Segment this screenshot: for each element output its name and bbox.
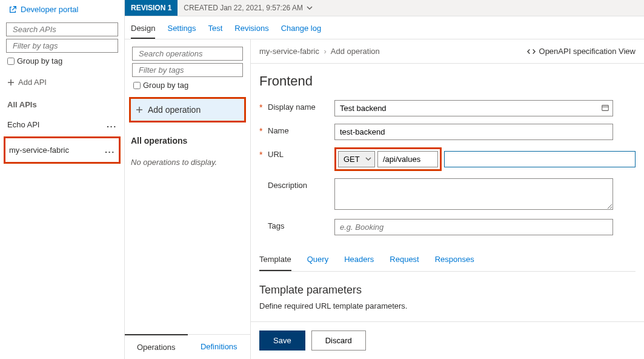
url-label: URL bbox=[268, 147, 334, 159]
url-rest-input[interactable] bbox=[444, 151, 636, 167]
filter-operations-input[interactable] bbox=[136, 65, 241, 75]
main-tabs: Design Settings Test Revisions Change lo… bbox=[125, 16, 644, 39]
display-name-input[interactable] bbox=[334, 100, 613, 116]
breadcrumb-api[interactable]: my-service-fabric bbox=[259, 47, 319, 56]
plus-icon bbox=[136, 106, 143, 113]
revision-badge[interactable]: REVISION 1 bbox=[125, 0, 178, 16]
group-by-tag-apis-checkbox[interactable] bbox=[7, 58, 15, 65]
subtab-request[interactable]: Request bbox=[390, 249, 419, 271]
card-icon bbox=[601, 104, 609, 112]
openapi-spec-link[interactable]: OpenAPI specification View bbox=[527, 47, 636, 56]
tab-design[interactable]: Design bbox=[131, 16, 155, 39]
api-sidebar: Developer portal Group by tag Add API Al… bbox=[0, 0, 125, 359]
url-highlight-box: GET bbox=[334, 147, 442, 171]
group-by-tag-apis[interactable]: Group by tag bbox=[4, 54, 121, 68]
operation-editor: my-service-fabric › Add operation OpenAP… bbox=[251, 39, 644, 359]
tags-label: Tags bbox=[268, 219, 334, 230]
all-apis-heading: All APIs bbox=[4, 92, 121, 113]
api-item-label: Echo API bbox=[7, 120, 39, 129]
footer-tab-operations[interactable]: Operations bbox=[125, 334, 188, 359]
developer-portal-link[interactable]: Developer portal bbox=[4, 2, 121, 21]
subtab-template[interactable]: Template bbox=[259, 249, 291, 271]
tab-settings[interactable]: Settings bbox=[167, 16, 196, 39]
description-textarea[interactable] bbox=[334, 178, 613, 210]
required-star: * bbox=[259, 100, 268, 112]
api-item-menu-icon[interactable]: ... bbox=[105, 146, 115, 155]
add-operation-button[interactable]: Add operation bbox=[129, 97, 246, 122]
breadcrumb-row: my-service-fabric › Add operation OpenAP… bbox=[251, 39, 644, 64]
developer-portal-label: Developer portal bbox=[21, 5, 78, 14]
revision-created-text: CREATED Jan 22, 2021, 9:57:26 AM bbox=[184, 4, 303, 12]
name-input[interactable] bbox=[334, 124, 613, 140]
api-item-echo[interactable]: Echo API ... bbox=[4, 113, 121, 136]
chevron-down-icon bbox=[307, 5, 313, 11]
revision-bar: REVISION 1 CREATED Jan 22, 2021, 9:57:26… bbox=[125, 0, 644, 16]
footer-actions: Save Discard bbox=[251, 321, 644, 359]
required-star: * bbox=[259, 147, 268, 159]
group-by-tag-ops-label: Group by tag bbox=[143, 81, 188, 90]
group-by-tag-apis-label: Group by tag bbox=[17, 56, 62, 65]
operations-pane: Group by tag Add operation All operation… bbox=[125, 39, 251, 359]
save-button[interactable]: Save bbox=[259, 330, 305, 351]
tab-revisions[interactable]: Revisions bbox=[234, 16, 268, 39]
url-path-input[interactable] bbox=[377, 151, 438, 167]
add-api-button[interactable]: Add API bbox=[4, 68, 121, 92]
breadcrumb-sep: › bbox=[324, 47, 327, 56]
plus-icon bbox=[7, 79, 15, 86]
operations-footer-tabs: Operations Definitions bbox=[125, 334, 250, 359]
subtab-headers[interactable]: Headers bbox=[344, 249, 374, 271]
add-operation-label: Add operation bbox=[148, 105, 201, 115]
tags-input[interactable] bbox=[334, 219, 613, 235]
display-name-label: Display name bbox=[268, 100, 334, 112]
code-icon bbox=[527, 47, 536, 56]
add-api-label: Add API bbox=[18, 78, 47, 87]
no-operations-text: No operations to display. bbox=[130, 149, 245, 175]
api-item-my-service-fabric[interactable]: my-service-fabric ... bbox=[4, 136, 121, 164]
template-params-desc: Define required URL template parameters. bbox=[259, 301, 636, 310]
api-item-label: my-service-fabric bbox=[9, 146, 69, 155]
breadcrumb: my-service-fabric › Add operation bbox=[259, 47, 380, 56]
frontend-heading: Frontend bbox=[259, 73, 636, 89]
svg-rect-2 bbox=[602, 106, 609, 111]
footer-tab-definitions[interactable]: Definitions bbox=[188, 335, 251, 359]
http-method-select[interactable]: GET bbox=[338, 151, 375, 167]
description-label: Description bbox=[268, 178, 334, 190]
name-label: Name bbox=[268, 124, 334, 135]
filter-apis-input[interactable] bbox=[10, 41, 115, 50]
breadcrumb-op: Add operation bbox=[331, 47, 380, 56]
tab-change-log[interactable]: Change log bbox=[281, 16, 322, 39]
search-operations-box[interactable] bbox=[132, 47, 243, 61]
external-link-icon bbox=[8, 5, 17, 14]
filter-apis-box[interactable] bbox=[6, 39, 118, 53]
group-by-tag-ops[interactable]: Group by tag bbox=[130, 78, 245, 92]
openapi-spec-label: OpenAPI specification View bbox=[539, 47, 636, 56]
required-star: * bbox=[259, 124, 268, 136]
frontend-subtabs: Template Query Headers Request Responses bbox=[259, 249, 636, 272]
filter-operations-box[interactable] bbox=[132, 63, 243, 77]
search-apis-box[interactable] bbox=[6, 22, 118, 36]
search-apis-input[interactable] bbox=[10, 25, 115, 34]
subtab-responses[interactable]: Responses bbox=[435, 249, 474, 271]
subtab-query[interactable]: Query bbox=[307, 249, 328, 271]
search-operations-input[interactable] bbox=[136, 49, 241, 58]
revision-created[interactable]: CREATED Jan 22, 2021, 9:57:26 AM bbox=[178, 0, 319, 16]
all-operations-heading: All operations bbox=[130, 127, 245, 149]
discard-button[interactable]: Discard bbox=[311, 330, 366, 351]
group-by-tag-ops-checkbox[interactable] bbox=[133, 82, 141, 89]
tab-test[interactable]: Test bbox=[208, 16, 222, 39]
template-params-heading: Template parameters bbox=[259, 284, 636, 297]
api-item-menu-icon[interactable]: ... bbox=[107, 120, 117, 129]
